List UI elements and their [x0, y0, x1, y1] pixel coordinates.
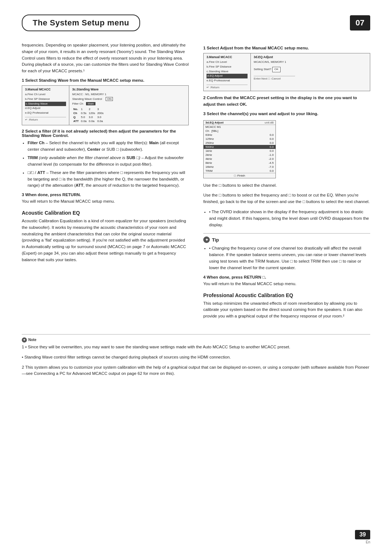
- screen2-left-panel: 3.Manual MCACC a.Fine Ch Level b.Fine SP…: [204, 53, 251, 91]
- screen1-r-line2: Standing Wave Control ON: [72, 97, 114, 102]
- screen1-left-panel: 3.Manual MCACC a.Fine Ch Level b.Fine SP…: [22, 86, 69, 125]
- screen1-row-att: ATT 0.0a 0.0a 0.0a: [72, 119, 105, 123]
- eq-row-8khz: 8kHz-4.5: [204, 161, 275, 165]
- screen2-footer-left: ↵ :Return: [207, 85, 248, 89]
- eq-row-trim: TRIM0.0: [204, 169, 275, 173]
- tip-list: • Changing the frequency curve of one ch…: [209, 245, 370, 271]
- left-step1-label: 1 Select Standing Wave from the Manual M…: [22, 78, 189, 82]
- section2-title: Professional Acoustic Calibration EQ: [203, 292, 370, 298]
- note-box: ✦ Note 1 • Since they will be overwritte…: [22, 334, 370, 377]
- eq-row-4khz: 4kHz-2.0: [204, 157, 275, 161]
- eq-footer: □ :Finish: [204, 173, 275, 178]
- use-text1: Use the □ buttons to select the channel.: [203, 182, 370, 189]
- screen2-item-2: c.Standing Wave: [207, 69, 248, 74]
- page-number: 39: [355, 530, 370, 539]
- screen1-right-panel: 3c.Standing Wave MCACC : M1, MEMORY 1 St…: [69, 86, 117, 125]
- screen1-filter-label: Filter Ch Main: [72, 102, 114, 106]
- screen1-r-line1: MCACC : M1, MEMORY 1: [72, 92, 114, 97]
- note-line-1: • Standing Wave control filter settings …: [22, 354, 370, 361]
- screen2-item-4: e.EQ Professional: [207, 78, 248, 83]
- screen1-table: No. 1 2 3 Ch 0.5s 120s 200s: [72, 107, 114, 123]
- eq-unit-label: unit:dB: [249, 121, 275, 125]
- eq-mcacc-row: MCACC M1: [204, 125, 275, 129]
- eq-footer-row: □ :Finish: [204, 173, 275, 178]
- note-icon: ✦: [22, 337, 27, 343]
- screen2-item-1: b.Fine SP Distance: [207, 65, 248, 69]
- tip-icon: ✦: [203, 236, 210, 243]
- ovrd-list: • The OVRD indicator shows in the displa…: [209, 209, 370, 228]
- screen2-r-line1: MCACC/M1, MEMORY 1: [254, 60, 295, 65]
- left-step3-label: 3 When done, press RETURN.: [22, 193, 189, 197]
- eq-row-2khz: 2kHz-1.0: [204, 153, 275, 157]
- screen1-item-1: b.Fine SP Distance: [25, 97, 66, 102]
- screen1-footer: ↵ :Return: [25, 117, 66, 121]
- note-line-0: 1 • Since they will be overwritten, you …: [22, 344, 370, 351]
- tip-box: ✦ Tip • Changing the frequency curve of …: [203, 233, 370, 271]
- section2-body: This setup minimizes the unwanted effect…: [203, 300, 370, 320]
- screen2-left-title: 3.Manual MCACC: [207, 55, 248, 59]
- eq-row-125hz: 125Hz0.0: [204, 137, 275, 141]
- eq-header-row: 3d.EQ Adjust unit:dB: [204, 121, 275, 125]
- screen1-item-4: e.EQ Professional: [25, 111, 66, 116]
- eq-ch-row: Ch [5BL]: [204, 129, 275, 133]
- screen2-item-3: d.EQ Adjust: [207, 74, 248, 78]
- section1-title: Acoustic Calibration EQ: [22, 210, 189, 216]
- right-step3-label: 3 Select the channel(s) you want and adj…: [203, 112, 370, 116]
- left-step1: 1 Select Standing Wave from the Manual M…: [22, 78, 189, 125]
- right-step4-body: You will return to the Manual MCACC setu…: [203, 281, 370, 287]
- section1-body: Acoustic Calibration Equalization is a k…: [22, 218, 189, 263]
- screen2-ok-btn: OK: [272, 67, 281, 72]
- use-text2: Use the □ buttons to select the frequenc…: [203, 192, 370, 205]
- screen1-item-3: d.EQ Adjust: [25, 106, 66, 111]
- page-footer: 39 En: [355, 530, 370, 544]
- screen1-row-ch: Ch 0.5s 120s 200s: [72, 111, 105, 115]
- screen1-filter-value: Main: [86, 102, 95, 105]
- eq-row-250hz: 250Hz0.0: [204, 141, 275, 145]
- intro-paragraph: frequencies. Depending on speaker placem…: [22, 42, 189, 74]
- screen-mockup-2: 3.Manual MCACC a.Fine Ch Level b.Fine SP…: [203, 53, 370, 91]
- title-box: The System Setup menu: [22, 15, 140, 31]
- note-heading: ✦ Note: [22, 337, 370, 343]
- tip-item: • Changing the frequency curve of one ch…: [209, 245, 370, 271]
- main-content: frequencies. Depending on speaker placem…: [22, 42, 370, 323]
- note-line-2: 2 This system allows you to customize yo…: [22, 364, 370, 377]
- screen2-footer-right: Enter:Next □ :Cancel: [254, 76, 295, 80]
- right-step2-label: 2 Confirm that the MCACC preset setting …: [203, 95, 370, 108]
- screen-mockup-1: 3.Manual MCACC a.Fine Ch Level b.Fine SP…: [22, 85, 189, 125]
- eq-row-16khz: 16kHz-7.0: [204, 165, 275, 169]
- eq-row-63hz: 63Hz0.0: [204, 133, 275, 137]
- page-title: The System Setup menu: [33, 18, 129, 27]
- left-step2-label: 2 Select a filter (if it is not already …: [22, 129, 189, 138]
- lang-label: En: [366, 540, 370, 544]
- tip-heading: ✦ Tip: [203, 236, 370, 243]
- screen1-item-2: c.Standing Wave: [25, 102, 66, 106]
- right-step4-label: 4 When done, press RETURN □.: [203, 275, 370, 279]
- screen1-on-btn: ON: [106, 97, 113, 101]
- bullet-filter-ch: Filter Ch – Select the channel to which …: [28, 140, 189, 153]
- screen2-item-0: a.Fine Ch Level: [207, 60, 248, 65]
- bullet-att: □/□ / ATT – These are the filter paramet…: [28, 170, 189, 189]
- screen2-right-title: 3d.EQ Adjust: [254, 55, 295, 59]
- col-right: 1 Select Adjust from the Manual MCACC se…: [203, 42, 370, 323]
- ovrd-item: • The OVRD indicator shows in the displa…: [209, 209, 370, 228]
- screen1-row-q: Q 5.0 3.0 3.0: [72, 115, 105, 119]
- eq-screen: 3d.EQ Adjust unit:dB MCACC M1 Ch [5BL] 6…: [203, 120, 276, 178]
- detail-list: Filter Ch – Select the channel to which …: [28, 140, 189, 189]
- eq-adjust-label: 3d.EQ Adjust: [204, 121, 249, 125]
- chapter-badge: 07: [350, 15, 370, 31]
- left-step3-body: You will return to the Manual MCACC setu…: [22, 198, 189, 205]
- right-step1-label: 1 Select Adjust from the Manual MCACC se…: [203, 46, 370, 50]
- screen2-right-panel: 3d.EQ Adjust MCACC/M1, MEMORY 1 Setting …: [251, 53, 298, 91]
- page-header: The System Setup menu 07: [22, 15, 370, 31]
- bullet-trim: TRIM (only available when the filter cha…: [28, 155, 189, 168]
- screen1-table-header: No. 1 2 3: [72, 107, 105, 111]
- screen1-right-title: 3c.Standing Wave: [72, 88, 114, 91]
- eq-row-1khz: 1kHz0.0: [204, 149, 275, 153]
- screen2-setting: Setting Start? OK: [254, 67, 295, 72]
- screen1-left-title: 3.Manual MCACC: [25, 88, 66, 91]
- screen1-item-0: a.Fine Ch Level: [25, 92, 66, 97]
- col-left: frequencies. Depending on speaker placem…: [22, 42, 189, 323]
- eq-row-500hz: 500Hz0.0: [204, 145, 275, 149]
